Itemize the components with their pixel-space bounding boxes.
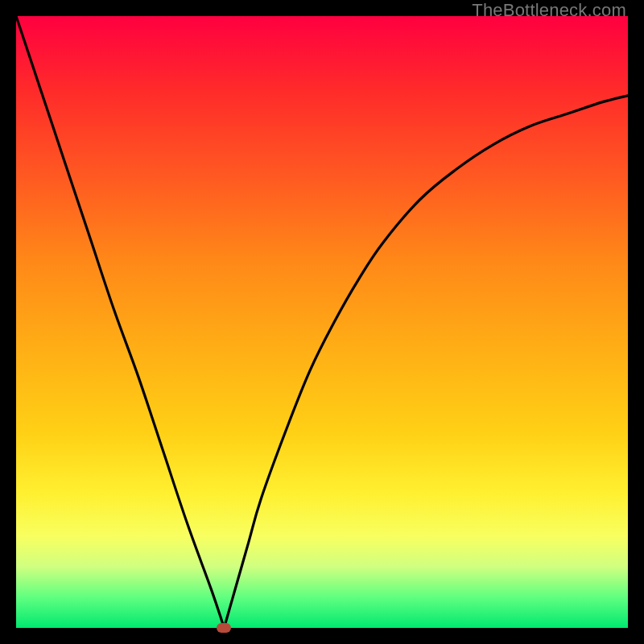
curve-left-branch <box>16 16 224 628</box>
curve-right-branch <box>224 96 628 628</box>
plot-area <box>16 16 628 628</box>
chart-frame: TheBottleneck.com <box>0 0 644 644</box>
curve-svg <box>16 16 628 628</box>
minimum-marker <box>217 623 231 633</box>
